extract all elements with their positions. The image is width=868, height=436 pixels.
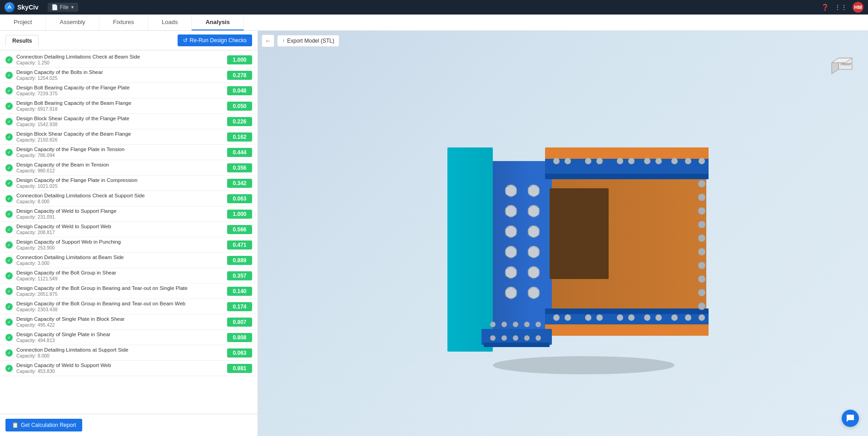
result-capacity: Capacity: 253.900 [16, 245, 223, 250]
result-title: Design Capacity of Weld to Support Web [16, 224, 223, 229]
check-icon: ✓ [5, 164, 13, 171]
svg-point-70 [698, 262, 705, 269]
chevron-down-icon: ▼ [70, 5, 74, 10]
svg-point-64 [698, 180, 705, 187]
result-text: Design Capacity of Support Web in Punchi… [16, 239, 223, 250]
result-capacity: Capacity: 8.000 [16, 353, 223, 358]
svg-point-69 [698, 248, 705, 255]
result-value: 0.807 [227, 318, 252, 327]
result-row: ✓ Design Capacity of Single Plate in She… [0, 330, 258, 345]
calc-report-label: Get Calculation Report [21, 422, 76, 428]
chat-bubble-button[interactable] [842, 410, 859, 427]
tab-project[interactable]: Project [0, 15, 46, 30]
svg-rect-13 [545, 174, 709, 179]
back-button[interactable]: ← [262, 34, 274, 47]
export-btn-label: Export Model (STL) [287, 38, 334, 44]
svg-point-25 [655, 158, 662, 164]
result-text: Design Capacity of Weld to Support Web C… [16, 224, 223, 235]
topbar-right-icons: ❓ ⋮⋮ HM [821, 2, 863, 13]
svg-point-71 [698, 275, 705, 283]
svg-point-32 [596, 314, 603, 321]
topbar: SkyCiv 📄 File ▼ ❓ ⋮⋮ HM [0, 0, 868, 15]
result-value: 1.000 [227, 210, 252, 219]
svg-point-81 [490, 335, 496, 341]
result-capacity: Capacity: 3.000 [16, 260, 223, 266]
result-value: 0.444 [227, 148, 252, 157]
result-title: Design Bolt Bearing Capacity of the Beam… [16, 100, 223, 106]
tab-bar: Project Assembly Fixtures Loads Analysis [0, 15, 868, 31]
result-row: ✓ Design Capacity of Single Plate in Blo… [0, 314, 258, 330]
get-calculation-report-button[interactable]: 📋 Get Calculation Report [5, 419, 82, 431]
result-text: Design Capacity of the Flange Plate in C… [16, 177, 223, 189]
result-row: ✓ Connection Detailing Limitations at Be… [0, 253, 258, 268]
svg-point-39 [699, 314, 705, 321]
result-capacity: Capacity: 786.094 [16, 152, 223, 158]
result-text: Design Capacity of the Flange Plate in T… [16, 147, 223, 158]
result-value: 0.063 [227, 194, 252, 203]
result-capacity: Capacity: 495.422 [16, 322, 223, 328]
svg-point-4 [493, 356, 675, 374]
grid-icon[interactable]: ⋮⋮ [834, 4, 847, 11]
svg-point-28 [699, 158, 705, 164]
svg-point-72 [698, 289, 705, 296]
svg-point-85 [536, 335, 541, 341]
svg-point-65 [698, 194, 705, 201]
svg-point-47 [528, 246, 540, 258]
result-text: Design Capacity of the Bolt Group in Bea… [16, 285, 223, 297]
svg-point-27 [685, 158, 691, 164]
result-row: ✓ Design Capacity of Weld to Support Web… [0, 222, 258, 237]
svg-point-42 [505, 205, 517, 217]
result-row: ✓ Design Capacity of the Flange Plate in… [0, 145, 258, 160]
result-row: ✓ Design Bolt Bearing Capacity of the Fl… [0, 83, 258, 98]
result-title: Design Capacity of Support Web in Punchi… [16, 239, 223, 245]
tab-analysis[interactable]: Analysis [192, 15, 243, 30]
svg-point-68 [698, 235, 705, 242]
svg-point-83 [513, 335, 518, 341]
result-text: Design Capacity of the Beam in Tension C… [16, 162, 223, 173]
svg-point-49 [528, 266, 540, 278]
svg-point-18 [553, 158, 560, 164]
svg-point-21 [596, 158, 603, 164]
viewport-toolbar: ← ↑ Export Model (STL) [262, 34, 339, 47]
result-title: Connection Detailing Limitations at Beam… [16, 255, 223, 260]
result-value: 0.566 [227, 225, 252, 234]
tab-fixtures[interactable]: Fixtures [99, 15, 148, 30]
result-capacity: Capacity: 8.000 [16, 199, 223, 204]
results-tab[interactable]: Results [5, 35, 39, 46]
export-model-button[interactable]: ↑ Export Model (STL) [277, 35, 339, 47]
help-icon[interactable]: ❓ [821, 4, 829, 11]
check-icon: ✓ [5, 318, 13, 326]
bottom-bar: 📋 Get Calculation Report [0, 414, 258, 436]
result-value: 0.174 [227, 302, 252, 311]
svg-point-22 [617, 158, 623, 164]
file-icon: 📄 [51, 4, 58, 10]
svg-point-31 [585, 314, 591, 321]
result-title: Design Capacity of Weld to Support Web [16, 363, 223, 368]
tab-loads[interactable]: Loads [148, 15, 192, 30]
svg-point-19 [565, 158, 571, 164]
rerun-design-checks-button[interactable]: ↺ Re-Run Design Checks [178, 34, 252, 46]
svg-point-67 [698, 221, 705, 228]
file-menu[interactable]: 📄 File ▼ [48, 3, 78, 12]
document-icon: 📋 [12, 422, 19, 428]
result-capacity: Capacity: 453.830 [16, 368, 223, 374]
result-value: 0.226 [227, 117, 252, 126]
user-avatar[interactable]: HM [853, 2, 863, 13]
svg-point-40 [505, 185, 517, 196]
results-list: ✓ Connection Detailing Limitations Check… [0, 50, 258, 414]
result-row: ✓ Design Bolt Bearing Capacity of the Be… [0, 98, 258, 114]
check-icon: ✓ [5, 303, 13, 310]
3d-viewport[interactable]: ← ↑ Export Model (STL) FRONT [258, 31, 868, 436]
result-row: ✓ Design Capacity of Weld to Support Web… [0, 361, 258, 376]
results-header: Results ↺ Re-Run Design Checks [0, 31, 258, 50]
svg-point-38 [685, 314, 691, 321]
rerun-btn-label: Re-Run Design Checks [190, 37, 247, 44]
tab-assembly[interactable]: Assembly [46, 15, 99, 30]
svg-point-43 [528, 205, 540, 217]
check-icon: ✓ [5, 334, 13, 341]
svg-rect-15 [545, 309, 709, 314]
check-icon: ✓ [5, 211, 13, 218]
result-row: ✓ Design Capacity of the Bolt Group in B… [0, 299, 258, 314]
check-icon: ✓ [5, 72, 13, 79]
result-capacity: Capacity: 6917.918 [16, 106, 223, 112]
